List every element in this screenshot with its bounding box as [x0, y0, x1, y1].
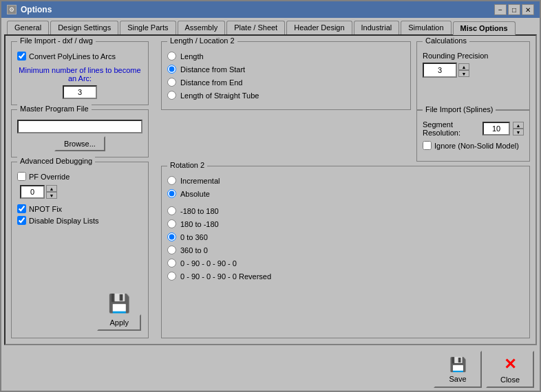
absolute-radio[interactable] — [167, 189, 176, 198]
pf-override-row: PF Override — [17, 172, 142, 181]
advanced-debugging-label: Advanced Debugging — [17, 157, 95, 165]
length-radio-dist-end[interactable] — [167, 78, 176, 87]
range-5-row: 0 - 90 - 0 - 90 - 0 Reversed — [167, 272, 524, 281]
dist-start-text: Distance from Start — [180, 65, 245, 74]
length-radio-dist-start[interactable] — [167, 65, 176, 74]
rotation-ranges-section: -180 to 180 180 to -180 0 to 360 — [167, 206, 524, 285]
master-program-label: Master Program File — [17, 105, 92, 113]
rounding-value-input[interactable] — [423, 63, 457, 78]
pf-value-input[interactable] — [20, 185, 45, 199]
range-0-360-radio[interactable] — [167, 232, 176, 241]
rounding-spin-up[interactable]: ▲ — [458, 63, 469, 70]
file-import-label: File Import - dxf / dwg — [17, 36, 96, 45]
close-label: Close — [500, 375, 520, 384]
left-column: File Import - dxf / dwg Convert PolyLine… — [11, 41, 156, 338]
save-label: Save — [449, 375, 466, 383]
tab-general[interactable]: General — [7, 21, 49, 34]
disable-display-checkbox[interactable] — [17, 216, 26, 225]
tab-plate-sheet[interactable]: Plate / Sheet — [226, 21, 285, 34]
range-180-neg-text: 180 to -180 — [180, 220, 219, 228]
range-0-row: -180 to 180 — [167, 206, 524, 215]
distance-end-row: Distance from End — [167, 78, 405, 87]
pf-override-text: PF Override — [29, 173, 70, 181]
absolute-text: Absolute — [180, 190, 210, 198]
close-icon: ✕ — [504, 356, 516, 373]
master-program-group: Master Program File Browse... — [11, 109, 149, 157]
apply-button[interactable]: Apply — [97, 314, 141, 331]
npot-row: NPOT Fix — [17, 204, 142, 213]
tab-assembly[interactable]: Assembly — [178, 21, 226, 34]
rounding-spin-down[interactable]: ▼ — [458, 70, 469, 77]
npot-checkbox[interactable] — [17, 204, 26, 213]
pf-spin-up[interactable]: ▲ — [46, 185, 57, 192]
absolute-row: Absolute — [167, 189, 220, 198]
tab-misc-options[interactable]: Misc Options — [453, 21, 516, 35]
dist-end-text: Distance from End — [180, 78, 242, 87]
range-180-180-text: -180 to 180 — [180, 207, 219, 215]
length-location-group: Length / Location 2 Length Distance from… — [161, 41, 411, 110]
ignore-nonsolid-text: Ignore (Non-Solid Model) — [434, 142, 519, 150]
length-location-label: Length / Location 2 — [167, 36, 237, 45]
npot-text: NPOT Fix — [29, 205, 62, 213]
content-area: File Import - dxf / dwg Convert PolyLine… — [4, 34, 537, 345]
incremental-row: Incremental — [167, 176, 220, 185]
range-0-360-text: 0 to 360 — [180, 233, 208, 241]
bottom-bar: 💾 Save ✕ Close — [1, 348, 540, 391]
range-90-pattern-radio[interactable] — [167, 259, 176, 268]
range-180-180-radio[interactable] — [167, 206, 176, 215]
tab-simulation[interactable]: Simulation — [401, 21, 451, 34]
convert-polylines-checkbox[interactable] — [17, 52, 26, 61]
file-import-group: File Import - dxf / dwg Convert PolyLine… — [11, 41, 149, 105]
minimize-button[interactable]: − — [494, 4, 507, 15]
window-title: Options — [21, 5, 52, 14]
tab-single-parts[interactable]: Single Parts — [120, 21, 176, 34]
distance-start-row: Distance from Start — [167, 65, 405, 74]
rotation-mode-section: Incremental Absolute — [167, 176, 220, 202]
length-radio-length-text: Length — [180, 52, 204, 61]
range-90-reversed-text: 0 - 90 - 0 - 90 - 0 Reversed — [180, 272, 271, 281]
disable-display-text: Disable Display Lists — [29, 217, 98, 225]
title-bar: ⚙ Options − □ ✕ — [1, 1, 540, 18]
seg-spin-up[interactable]: ▲ — [513, 122, 524, 129]
disable-display-row: Disable Display Lists — [17, 216, 142, 225]
straight-tube-row: Length of Straight Tube — [167, 91, 405, 100]
advanced-debugging-group: Advanced Debugging PF Override ▲ ▼ — [11, 162, 149, 338]
master-program-input[interactable] — [17, 120, 142, 133]
convert-polylines-row: Convert PolyLines to Arcs — [17, 52, 142, 61]
length-radio-length[interactable] — [167, 52, 176, 61]
calculations-group: Calculations Rounding Precision ▲ ▼ — [416, 41, 530, 110]
seg-spin-down[interactable]: ▼ — [513, 129, 524, 135]
window-icon: ⚙ — [7, 5, 17, 14]
arc-value-input[interactable] — [63, 85, 97, 99]
close-button[interactable]: ✕ Close — [486, 351, 534, 388]
title-controls: − □ ✕ — [494, 4, 534, 15]
apply-section: 💾 Apply — [97, 293, 141, 331]
rounding-precision-label: Rounding Precision — [423, 52, 524, 60]
incremental-text: Incremental — [180, 177, 220, 185]
convert-polylines-text: Convert PolyLines to Arcs — [29, 52, 116, 61]
save-button[interactable]: 💾 Save — [434, 351, 482, 388]
seg-value-input[interactable] — [482, 122, 510, 135]
tab-design-settings[interactable]: Design Settings — [50, 21, 118, 34]
length-radio-straight-tube[interactable] — [167, 91, 176, 100]
ignore-nonsolid-checkbox[interactable] — [423, 141, 432, 150]
options-window: ⚙ Options − □ ✕ General Design Settings … — [0, 0, 541, 392]
range-90-reversed-radio[interactable] — [167, 272, 176, 281]
splines-group: File Import (Splines) Segment Resolution… — [416, 110, 530, 162]
tab-industrial[interactable]: Industrial — [354, 21, 400, 34]
right-top-row: Length / Location 2 Length Distance from… — [161, 41, 530, 110]
tab-header-design[interactable]: Header Design — [286, 21, 352, 34]
close-button[interactable]: ✕ — [522, 4, 534, 15]
incremental-radio[interactable] — [167, 176, 176, 185]
range-180-neg-radio[interactable] — [167, 219, 176, 228]
pf-override-checkbox[interactable] — [17, 172, 26, 181]
maximize-button[interactable]: □ — [508, 4, 520, 15]
range-1-row: 180 to -180 — [167, 219, 524, 228]
pf-spin-down[interactable]: ▼ — [46, 192, 57, 199]
range-4-row: 0 - 90 - 0 - 90 - 0 — [167, 259, 524, 268]
range-360-0-text: 360 to 0 — [180, 246, 208, 254]
range-360-0-radio[interactable] — [167, 246, 176, 254]
splines-label: File Import (Splines) — [423, 105, 496, 113]
arc-label-text: Minimum number of lines to become an Arc… — [17, 66, 142, 83]
browse-button[interactable]: Browse... — [54, 136, 105, 151]
